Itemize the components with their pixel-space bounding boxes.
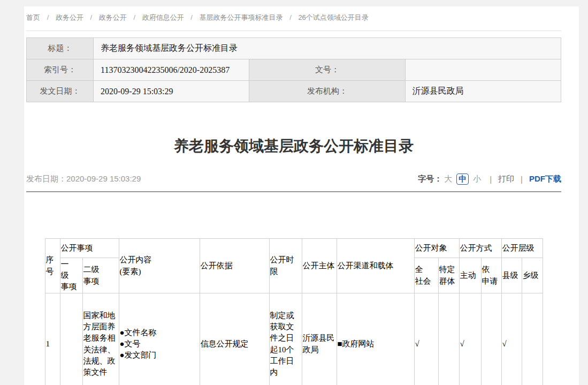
cell-time-limit: 制定或 获取文 件之日 起10个 工作日 内 xyxy=(269,293,302,385)
header-content: 公开内容 (要素) xyxy=(119,239,200,293)
breadcrumb-separator: / xyxy=(289,13,292,21)
meta-date-value: 2020-09-29 15:03:29 xyxy=(94,81,249,102)
cell-audience-all: √ xyxy=(414,293,438,385)
breadcrumb-item-zwgk1[interactable]: 政务公开 xyxy=(56,13,83,21)
cell-level2: 国家和地 方层面养 老服务相 关法律、 法规、政 策文件 xyxy=(82,293,119,385)
toolbar-divider: | xyxy=(521,175,523,184)
cell-level-county: √ xyxy=(501,293,522,385)
meta-date-label: 发文日期： xyxy=(27,81,94,102)
meta-org-value: 沂源县民政局 xyxy=(405,81,561,102)
header-audience-specific: 特定 群体 xyxy=(438,258,459,293)
breadcrumb-separator: / xyxy=(47,13,49,21)
header-level-town: 乡级 xyxy=(522,258,543,293)
toolbar-actions: 字号： 大 中 小 | 打印 | PDF下载 xyxy=(418,173,561,185)
fontsize-small-button[interactable]: 小 xyxy=(473,174,481,184)
breadcrumb-separator: / xyxy=(90,13,93,21)
meta-row-index: 索引号： 113703230042235006/2020-2025387 文号： xyxy=(27,59,561,81)
meta-index-value: 113703230042235006/2020-2025387 xyxy=(94,59,249,81)
breadcrumb-item-home[interactable]: 首页 xyxy=(26,13,40,21)
pdf-download-link[interactable]: PDF下载 xyxy=(529,174,561,184)
publish-date: 发布日期：2020-09-29 15:03:29 xyxy=(26,174,141,184)
table-row: 1 国家和地 方层面养 老服务相 关法律、 法规、政 策文件 ●文件名称 ●文号… xyxy=(45,293,543,385)
cell-channel: ■政府网站 xyxy=(337,293,414,385)
cell-level-town xyxy=(522,293,543,385)
header-channel: 公开渠道和载体 xyxy=(337,239,414,293)
cell-level1 xyxy=(60,293,82,385)
header-level-county: 县级 xyxy=(501,258,522,293)
document-meta-table: 标题： 养老服务领域基层政务公开标准目录 索引号： 11370323004223… xyxy=(26,37,561,102)
meta-docnum-value xyxy=(405,59,561,81)
article-toolbar: 发布日期：2020-09-29 15:03:29 字号： 大 中 小 | 打印 … xyxy=(26,173,561,192)
meta-index-label: 索引号： xyxy=(27,59,94,81)
meta-title-value: 养老服务领域基层政务公开标准目录 xyxy=(94,38,561,59)
cell-seq: 1 xyxy=(45,293,60,385)
cell-method-request xyxy=(481,293,501,385)
meta-title-label: 标题： xyxy=(27,38,94,59)
page-title: 养老服务领域基层政务公开标准目录 xyxy=(26,137,561,155)
header-level-group: 公开层级 xyxy=(501,239,543,258)
header-basis: 公开依据 xyxy=(200,239,269,293)
header-level2: 二级 事项 xyxy=(82,258,119,293)
breadcrumb-item-zwgk2[interactable]: 政务公开 xyxy=(99,13,127,21)
breadcrumb: 首页 / 政务公开 / 政务公开 / 政府信息公开 / 基层政务公开事项标准目录… xyxy=(26,6,561,31)
catalog-header-row-1: 序 号 公开事项 公开内容 (要素) 公开依据 公开时 限 公开主体 公开渠道和… xyxy=(45,239,543,258)
header-seq: 序 号 xyxy=(45,239,60,293)
page-card: 首页 / 政务公开 / 政务公开 / 政府信息公开 / 基层政务公开事项标准目录… xyxy=(24,6,579,385)
meta-docnum-label: 文号： xyxy=(249,59,405,81)
header-time-limit: 公开时 限 xyxy=(269,239,302,293)
header-audience-all: 全 社会 xyxy=(414,258,438,293)
cell-subject: 沂源县民 政局 xyxy=(302,293,337,385)
cell-content: ●文件名称 ●文号 ●发文部门 xyxy=(119,293,200,385)
breadcrumb-item-current: 26个试点领域公开目录 xyxy=(298,13,368,21)
toolbar-divider: | xyxy=(490,175,492,184)
breadcrumb-separator: / xyxy=(133,13,135,21)
publish-date-value: 2020-09-29 15:03:29 xyxy=(66,174,141,183)
header-method-request: 依 申请 xyxy=(481,258,501,293)
meta-org-label: 发布机构： xyxy=(249,81,405,102)
fontsize-label: 字号： xyxy=(418,174,442,184)
header-item-group: 公开事项 xyxy=(60,239,119,258)
fontsize-large-button[interactable]: 大 xyxy=(444,174,452,184)
disclosure-catalog-table: 序 号 公开事项 公开内容 (要素) 公开依据 公开时 限 公开主体 公开渠道和… xyxy=(45,238,543,385)
header-method-active: 主动 xyxy=(459,258,481,293)
print-button[interactable]: 打印 xyxy=(498,174,514,184)
cell-audience-specific xyxy=(438,293,459,385)
breadcrumb-separator: / xyxy=(190,13,193,21)
header-subject: 公开主体 xyxy=(302,239,337,293)
header-level1: 一 级 事项 xyxy=(60,258,82,293)
header-method-group: 公开方式 xyxy=(459,239,501,258)
meta-row-date: 发文日期： 2020-09-29 15:03:29 发布机构： 沂源县民政局 xyxy=(27,81,561,102)
fontsize-medium-button[interactable]: 中 xyxy=(456,173,469,185)
cell-basis: 信息公开规定 xyxy=(200,293,269,385)
meta-row-title: 标题： 养老服务领域基层政务公开标准目录 xyxy=(27,38,561,59)
publish-date-label: 发布日期： xyxy=(26,174,66,183)
breadcrumb-item-catalog[interactable]: 基层政务公开事项标准目录 xyxy=(200,13,283,21)
header-audience-group: 公开对象 xyxy=(414,239,459,258)
cell-method-active: √ xyxy=(459,293,481,385)
breadcrumb-item-info[interactable]: 政府信息公开 xyxy=(142,13,184,21)
